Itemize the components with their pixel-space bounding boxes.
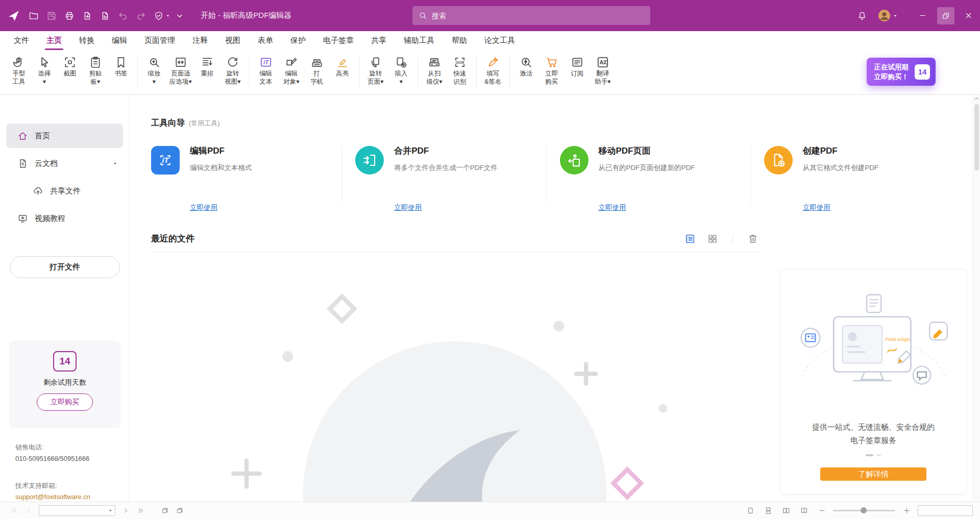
next-page-button[interactable] (119, 505, 132, 517)
ribbon-tool-quick-ocr[interactable]: OCR 快速 识别 (447, 54, 473, 92)
save-button[interactable] (42, 7, 60, 24)
use-now-link[interactable]: 立即使用 (599, 203, 626, 212)
learn-more-button[interactable]: 了解详情 (820, 467, 926, 481)
ribbon-tool-reflow[interactable]: 重排 (194, 54, 220, 92)
sidebar-item-shared-files[interactable]: 共享文件 (6, 179, 123, 203)
use-now-link[interactable]: 立即使用 (190, 203, 217, 212)
ribbon-tool-rotate-pages[interactable]: 旋转 页面▾ (363, 54, 388, 92)
menu-view[interactable]: 视图 (216, 31, 249, 50)
export-pdf-button[interactable] (78, 7, 96, 24)
caret-down-icon[interactable] (108, 508, 113, 513)
menu-esign[interactable]: 电子签章 (314, 31, 362, 50)
clear-recent-button[interactable] (747, 233, 758, 244)
last-page-button[interactable] (134, 505, 147, 517)
ribbon-tool-bookmark[interactable]: 书签 (108, 54, 134, 92)
first-page-button[interactable] (7, 505, 20, 517)
previous-page-button[interactable] (22, 505, 35, 517)
caret-down-icon[interactable] (112, 161, 118, 166)
menu-paper-tools[interactable]: 论文工具 (476, 31, 524, 50)
carousel-dot-active[interactable] (866, 454, 873, 456)
menu-convert[interactable]: 转换 (70, 31, 103, 50)
support-email-link[interactable]: support@foxitsoftware.cn (15, 491, 90, 503)
use-now-link[interactable]: 立即使用 (394, 203, 422, 212)
ribbon-tool-zoom[interactable]: 缩放 ▾ (141, 54, 167, 92)
menu-home[interactable]: 主页 (38, 31, 70, 50)
minimize-button[interactable] (911, 0, 934, 31)
global-search[interactable] (412, 6, 650, 25)
sidebar-item-home[interactable]: 首页 (6, 123, 123, 148)
ribbon-toolbar: 手型 工具 选择 ▾ 截图 剪贴 板▾ 书签 (0, 50, 980, 95)
menu-protect[interactable]: 保护 (282, 31, 314, 50)
notifications-button[interactable] (853, 7, 871, 24)
ribbon-tool-select[interactable]: 选择 ▾ (32, 54, 57, 92)
list-view-button[interactable] (684, 233, 696, 244)
protect-sign-button[interactable] (150, 7, 167, 24)
search-icon (419, 11, 427, 20)
search-input[interactable] (432, 12, 644, 20)
undo-button[interactable] (114, 7, 132, 24)
close-button[interactable] (957, 0, 980, 31)
sidebar-item-cloud-docs[interactable]: 云文档 (6, 151, 123, 176)
card-divider (750, 145, 751, 204)
zoom-level-input[interactable] (918, 505, 973, 516)
ribbon-tool-insert[interactable]: 插入 ▾ (388, 54, 414, 92)
carousel-dot[interactable] (876, 454, 881, 456)
two-page-view-button[interactable] (779, 505, 793, 517)
ribbon-tool-typewriter[interactable]: 打 字机 (304, 54, 330, 92)
page-number-input[interactable] (39, 507, 108, 514)
collapse-toolbar-button[interactable] (170, 7, 188, 24)
ribbon-tool-snapshot[interactable]: 截图 (57, 54, 83, 92)
menu-help[interactable]: 帮助 (443, 31, 476, 50)
ribbon-separator (509, 57, 510, 87)
single-page-view-button[interactable] (744, 505, 757, 517)
redo-button[interactable] (132, 7, 150, 24)
zoom-slider-knob[interactable] (861, 507, 867, 513)
page-number-box[interactable] (39, 505, 115, 516)
ribbon-tool-fit-options[interactable]: 页面适 应选项▾ (167, 54, 194, 92)
scrollbar-thumb[interactable] (974, 104, 979, 170)
caret-down-icon[interactable] (165, 13, 170, 18)
menu-form[interactable]: 表单 (249, 31, 282, 50)
snapshot-view-button[interactable] (158, 505, 172, 517)
menu-accessibility[interactable]: 辅助工具 (395, 31, 443, 50)
scroll-up-arrow-icon[interactable] (974, 96, 979, 102)
ribbon-tool-fill-sign[interactable]: 填写 &签名 (480, 54, 506, 92)
menu-comment[interactable]: 注释 (184, 31, 216, 50)
ribbon-tool-translate-assistant[interactable]: A 翻译 助手▾ (590, 54, 616, 92)
ribbon-tool-rotate-view[interactable]: 旋转 视图▾ (220, 54, 246, 92)
ribbon-tool-clipboard[interactable]: 剪贴 板▾ (83, 54, 108, 92)
ribbon-tool-edit-object[interactable]: 编辑 对象▾ (279, 54, 304, 92)
ribbon-tool-activate[interactable]: 激活 (513, 54, 539, 92)
ribbon-tool-buy-now[interactable]: 立即 购买 (539, 54, 565, 92)
ribbon-tool-hand-tool[interactable]: 手型 工具 (6, 54, 32, 92)
continuous-view-button[interactable] (762, 505, 775, 517)
menu-page-management[interactable]: 页面管理 (136, 31, 184, 50)
avatar[interactable] (878, 9, 891, 22)
open-document-button[interactable] (24, 7, 42, 24)
sidebar-item-video-tutorials[interactable]: 视频教程 (6, 206, 123, 231)
zoom-in-button[interactable] (900, 505, 913, 517)
use-now-link[interactable]: 立即使用 (803, 203, 830, 212)
zoom-out-icon (818, 507, 826, 514)
trial-buy-badge[interactable]: 正在试用期 立即购买！ 14 (867, 58, 936, 86)
open-file-button[interactable]: 打开文件 (10, 256, 120, 278)
menu-share[interactable]: 共享 (362, 31, 395, 50)
clipboard-view-button[interactable] (173, 505, 186, 517)
zoom-out-button[interactable] (815, 505, 828, 517)
ribbon-tool-from-scanner[interactable]: 从扫 描仪▾ (422, 54, 447, 92)
print-button[interactable] (60, 7, 78, 24)
book-view-button[interactable] (797, 505, 811, 517)
ribbon-tool-highlight[interactable]: 高亮 (330, 54, 355, 92)
convert-button[interactable] (96, 7, 114, 24)
buy-now-button[interactable]: 立即购买 (37, 393, 93, 411)
content-scrollbar[interactable] (972, 95, 980, 502)
menu-file[interactable]: 文件 (5, 31, 38, 50)
caret-down-icon[interactable] (893, 13, 898, 18)
menu-edit[interactable]: 编辑 (103, 31, 136, 50)
zoom-slider[interactable] (833, 510, 895, 511)
grid-view-button[interactable] (707, 233, 718, 244)
continuous-view-icon (765, 507, 772, 514)
restore-window-button[interactable] (934, 0, 957, 31)
ribbon-tool-edit-text[interactable]: iT 编辑 文本 (253, 54, 279, 92)
ribbon-tool-subscribe[interactable]: 订阅 (565, 54, 590, 92)
